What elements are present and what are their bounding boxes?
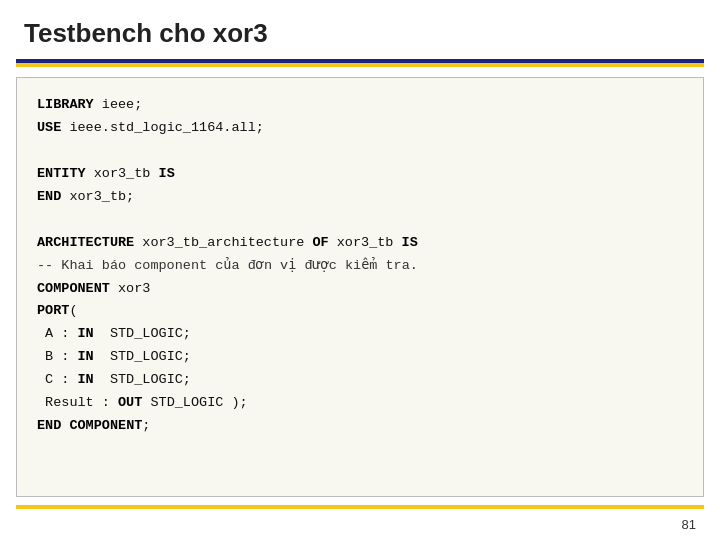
footer-bar xyxy=(16,505,704,509)
code-box: LIBRARY ieee; USE ieee.std_logic_1164.al… xyxy=(16,77,704,497)
page-number: 81 xyxy=(682,517,696,532)
page-container: Testbench cho xor3 LIBRARY ieee; USE iee… xyxy=(0,0,720,540)
page-title: Testbench cho xor3 xyxy=(24,18,268,48)
header: Testbench cho xor3 xyxy=(0,0,720,59)
gold-bar-top xyxy=(16,63,704,67)
code-content: LIBRARY ieee; USE ieee.std_logic_1164.al… xyxy=(37,94,683,438)
page-number-row: 81 xyxy=(0,515,720,540)
